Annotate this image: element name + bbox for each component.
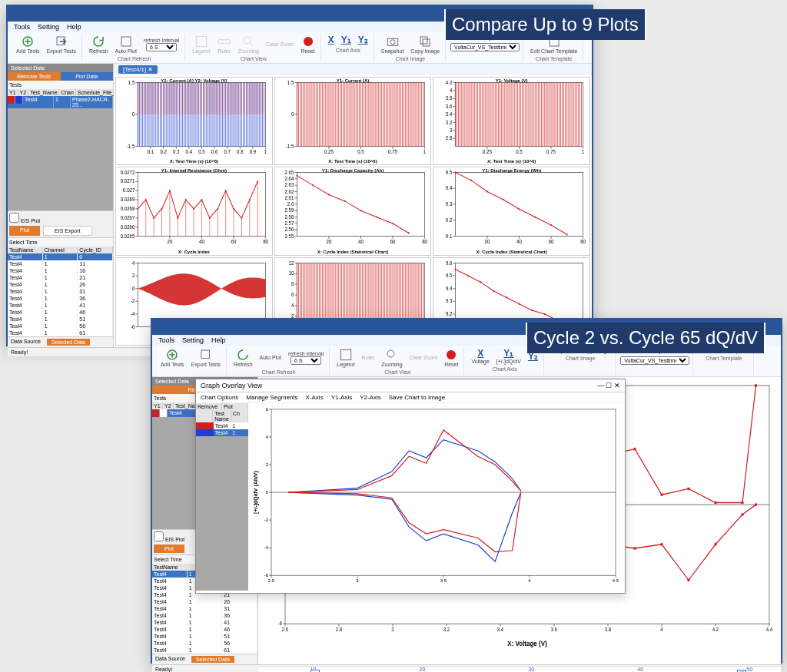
tab-setting[interactable]: Setting — [182, 336, 204, 344]
side-panel: Selected Data Remove Tests Plot Data Tes… — [8, 64, 114, 347]
table-row[interactable]: Test4151 — [152, 633, 257, 640]
svg-text:1.5: 1.5 — [287, 79, 294, 84]
svg-text:2.5: 2.5 — [268, 578, 275, 583]
copy-image-button[interactable]: Copy Image — [408, 34, 442, 55]
table-row[interactable]: Test416 — [8, 253, 113, 260]
big-chart[interactable]: 2.62.833.23.43.63.844.24.4-6-4-20246X: V… — [258, 377, 781, 664]
menu-chart-options[interactable]: Chart Options — [201, 394, 238, 401]
chart-cell[interactable]: 0.250.50.751-1.501.5Y1: Current (A)X: Te… — [274, 77, 432, 165]
interval-select[interactable]: 6 S — [146, 43, 177, 51]
chart-cell[interactable]: 204060802.552.562.572.582.592.62.612.622… — [274, 167, 432, 255]
snapshot-button[interactable]: Snapshot — [379, 34, 407, 55]
chart-cell[interactable]: 204060800.02650.02660.02670.02680.02690.… — [115, 167, 273, 255]
chart-tab[interactable]: [Test4/1] ✕ — [118, 65, 158, 74]
export-tests-button[interactable]: Export Tests — [189, 347, 223, 368]
table-row[interactable]: Test4161 — [152, 647, 257, 654]
template-select[interactable]: VoltaCur_VS_Testtime — [450, 43, 520, 51]
table-row[interactable]: Test4141 — [152, 619, 257, 626]
table-row[interactable]: Test4131 — [152, 605, 257, 612]
clear-zoom-button[interactable]: Clear Zoom — [264, 41, 297, 48]
ruler-button[interactable]: Ruler — [215, 34, 234, 55]
tab-tools[interactable]: Tools — [14, 23, 30, 31]
svg-text:2.57: 2.57 — [284, 220, 294, 226]
svg-point-492 — [376, 217, 377, 218]
overlay-window-controls[interactable]: — ☐ ✕ — [597, 382, 620, 389]
overlay-chart[interactable]: 2.533.544.5-6-4-20246[+/-]dQ/dV (Ah/V) — [248, 403, 625, 591]
table-row[interactable]: Test4141 — [8, 302, 113, 309]
plot-button[interactable]: Plot — [154, 545, 184, 553]
table-row[interactable]: Test4126 — [152, 598, 257, 605]
svg-text:3.4: 3.4 — [446, 111, 453, 117]
chart-cell[interactable]: 0.10.20.30.40.50.60.70.80.91-1.501.5Y1: … — [115, 77, 273, 165]
y2-axis-button[interactable]: Y₂ — [356, 34, 370, 46]
refresh-button[interactable]: Refresh — [87, 34, 111, 55]
table-row[interactable]: Test4116 — [8, 267, 113, 274]
group-label: Chart Template — [536, 56, 572, 61]
legend-button[interactable]: Legend — [190, 34, 212, 55]
eis-plot-checkbox[interactable]: EIS Plot — [154, 537, 184, 542]
svg-text:0.5: 0.5 — [198, 149, 205, 154]
svg-text:0.0265: 0.0265 — [121, 233, 135, 239]
table-row[interactable]: Test4111 — [8, 260, 113, 267]
table-row[interactable]: Test4151 — [8, 316, 113, 323]
tab-help[interactable]: Help — [67, 23, 81, 31]
chart-cell[interactable]: 0.250.50.7512.833.23.43.63.844.2Y1: Volt… — [433, 77, 590, 165]
svg-point-682 — [387, 350, 394, 357]
table-row[interactable]: Test4131 — [8, 288, 113, 295]
tab-setting[interactable]: Setting — [38, 23, 59, 31]
selected-data-button[interactable]: Selected Data — [191, 656, 234, 663]
add-tests-button[interactable]: Add Tests — [158, 347, 187, 368]
cycle-slider[interactable]: CycleIndex 1020304050 65 67 — [258, 666, 781, 672]
svg-text:-6: -6 — [278, 621, 283, 626]
table-row[interactable]: Test4156 — [152, 640, 257, 647]
svg-text:0.6: 0.6 — [211, 149, 218, 154]
template-select[interactable]: VoltaCur_VS_Testtime — [620, 356, 689, 365]
y1-axis-button[interactable]: Y₁ — [339, 34, 354, 46]
menu-y1-axis[interactable]: Y1-Axis — [331, 394, 353, 401]
tab-help[interactable]: Help — [211, 336, 226, 344]
plot-button[interactable]: Plot — [9, 226, 40, 236]
ruler-button[interactable]: Ruler — [360, 354, 377, 361]
graph-overlay-window[interactable]: Graph Overlay View — ☐ ✕ Chart Options M… — [195, 379, 626, 594]
eis-export-button[interactable]: EIS Export — [43, 226, 91, 236]
table-row[interactable]: Test4161 — [8, 329, 113, 336]
zoom-button[interactable]: Zooming — [379, 347, 404, 368]
chart-cell[interactable]: 204060809.19.29.39.49.5Y1: Discharge Ene… — [433, 167, 590, 255]
test-row[interactable]: Test4 1 Phase2-HACR-25... — [8, 96, 113, 108]
menu-manage-segments[interactable]: Manage Segments — [246, 394, 297, 401]
auto-plot-button[interactable]: Auto Plot — [257, 354, 284, 361]
table-row[interactable]: Test4136 — [8, 295, 113, 302]
group-label: Chart Refresh — [118, 56, 151, 61]
menu-x-axis[interactable]: X-Axis — [306, 394, 324, 401]
auto-plot-button[interactable]: Auto Plot — [113, 34, 139, 55]
legend-button[interactable]: Legend — [334, 347, 357, 368]
zoom-button[interactable]: Zooming — [236, 34, 261, 55]
voltage-axis-button[interactable]: XVoltage — [469, 347, 491, 365]
clear-zoom-button[interactable]: Clear Zoom — [407, 354, 440, 361]
table-row[interactable]: Test4121 — [8, 274, 113, 281]
selected-data-button[interactable]: Selected Data — [47, 339, 90, 346]
export-tests-button[interactable]: Export Tests — [45, 34, 78, 55]
remove-tests-tab[interactable]: Remove Tests — [8, 72, 61, 81]
svg-rect-747 — [715, 543, 717, 545]
table-row[interactable]: Test4146 — [152, 626, 257, 633]
add-tests-button[interactable]: Add Tests — [14, 34, 42, 55]
menu-y2-axis[interactable]: Y2-Axis — [360, 394, 381, 401]
menu-save-chart[interactable]: Save Chart to Image — [389, 394, 445, 401]
plot-data-tab[interactable]: Plot Data — [61, 72, 114, 81]
svg-text:2.55: 2.55 — [284, 233, 294, 239]
dqdv-axis-button[interactable]: Y₁[+/-]dQ/dV — [494, 347, 523, 365]
refresh-button[interactable]: Refresh — [231, 347, 255, 368]
tests-grid[interactable]: Y1 Y2 Test_Name Chan Schedule_File_Nam T… — [8, 89, 113, 166]
table-row[interactable]: Test4146 — [8, 309, 113, 316]
reset-button[interactable]: Reset — [442, 347, 460, 368]
table-row[interactable]: Test4156 — [8, 323, 113, 329]
svg-rect-681 — [340, 349, 351, 360]
table-row[interactable]: Test4126 — [8, 281, 113, 288]
x-axis-button[interactable]: X — [326, 34, 337, 46]
overlay-side-grid[interactable]: RemovePlot Test NameCh Test41 Test41 — [196, 403, 248, 591]
tab-tools[interactable]: Tools — [158, 336, 174, 344]
table-row[interactable]: Test4136 — [152, 612, 257, 619]
reset-button[interactable]: Reset — [298, 34, 317, 55]
eis-plot-checkbox[interactable]: EIS Plot — [9, 218, 40, 223]
